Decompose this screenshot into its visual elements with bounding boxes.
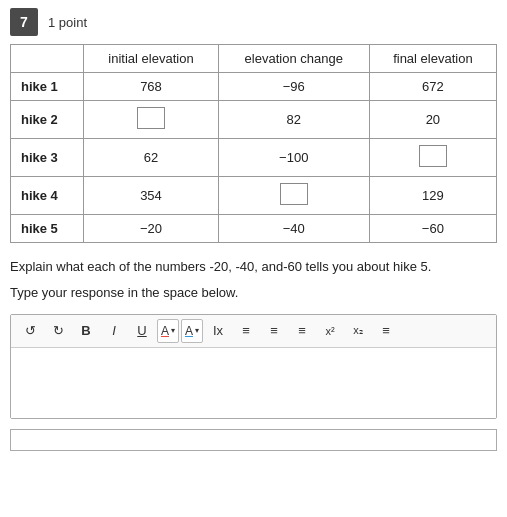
underline-button[interactable]: U <box>129 319 155 343</box>
list-button[interactable]: ≡ <box>373 319 399 343</box>
table-row: hike 1 768 −96 672 <box>11 73 497 101</box>
cell-hike4-initial: 354 <box>84 177 219 215</box>
highlight-label: A <box>185 324 193 338</box>
row-label-hike1: hike 1 <box>11 73 84 101</box>
cell-hike4-final: 129 <box>369 177 496 215</box>
superscript-button[interactable]: x² <box>317 319 343 343</box>
blank-box <box>280 183 308 205</box>
highlight-dropdown[interactable]: A ▾ <box>181 319 203 343</box>
align-center-button[interactable]: ≡ <box>261 319 287 343</box>
editor-container: ↺ ↻ B I U A ▾ A ▾ Ix ≡ ≡ ≡ x² x₂ ≡ <box>10 314 497 419</box>
highlight-chevron: ▾ <box>195 326 199 335</box>
question-number: 7 <box>10 8 38 36</box>
col-header-initial: initial elevation <box>84 45 219 73</box>
align-right-button[interactable]: ≡ <box>289 319 315 343</box>
cell-hike2-final: 20 <box>369 101 496 139</box>
row-label-hike5: hike 5 <box>11 215 84 243</box>
row-label-hike2: hike 2 <box>11 101 84 139</box>
editor-body[interactable] <box>11 348 496 418</box>
table-container: initial elevation elevation change final… <box>0 44 507 243</box>
font-color-label: A <box>161 324 169 338</box>
cell-hike5-change: −40 <box>218 215 369 243</box>
row-label-hike4: hike 4 <box>11 177 84 215</box>
input-bar[interactable] <box>10 429 497 451</box>
hike-table: initial elevation elevation change final… <box>10 44 497 243</box>
table-row: hike 3 62 −100 <box>11 139 497 177</box>
question-header: 7 1 point <box>0 0 507 44</box>
blank-box <box>137 107 165 129</box>
bold-button[interactable]: B <box>73 319 99 343</box>
font-color-dropdown[interactable]: A ▾ <box>157 319 179 343</box>
cell-hike1-final: 672 <box>369 73 496 101</box>
row-label-hike3: hike 3 <box>11 139 84 177</box>
cell-hike3-final <box>369 139 496 177</box>
cell-hike5-initial: −20 <box>84 215 219 243</box>
question-points: 1 point <box>48 15 87 30</box>
table-row: hike 2 82 20 <box>11 101 497 139</box>
toolbar: ↺ ↻ B I U A ▾ A ▾ Ix ≡ ≡ ≡ x² x₂ ≡ <box>11 315 496 348</box>
cell-hike1-initial: 768 <box>84 73 219 101</box>
italic-button[interactable]: I <box>101 319 127 343</box>
table-row: hike 5 −20 −40 −60 <box>11 215 497 243</box>
col-header-empty <box>11 45 84 73</box>
explain-text: Explain what each of the numbers -20, -4… <box>0 257 507 285</box>
cell-hike2-initial <box>84 101 219 139</box>
cell-hike3-change: −100 <box>218 139 369 177</box>
type-response-text: Type your response in the space below. <box>0 285 507 310</box>
cell-hike3-initial: 62 <box>84 139 219 177</box>
redo-button[interactable]: ↻ <box>45 319 71 343</box>
clear-format-button[interactable]: Ix <box>205 319 231 343</box>
font-color-chevron: ▾ <box>171 326 175 335</box>
undo-button[interactable]: ↺ <box>17 319 43 343</box>
col-header-change: elevation change <box>218 45 369 73</box>
blank-box <box>419 145 447 167</box>
cell-hike1-change: −96 <box>218 73 369 101</box>
cell-hike2-change: 82 <box>218 101 369 139</box>
table-row: hike 4 354 129 <box>11 177 497 215</box>
col-header-final: final elevation <box>369 45 496 73</box>
cell-hike4-change <box>218 177 369 215</box>
cell-hike5-final: −60 <box>369 215 496 243</box>
subscript-button[interactable]: x₂ <box>345 319 371 343</box>
align-left-button[interactable]: ≡ <box>233 319 259 343</box>
